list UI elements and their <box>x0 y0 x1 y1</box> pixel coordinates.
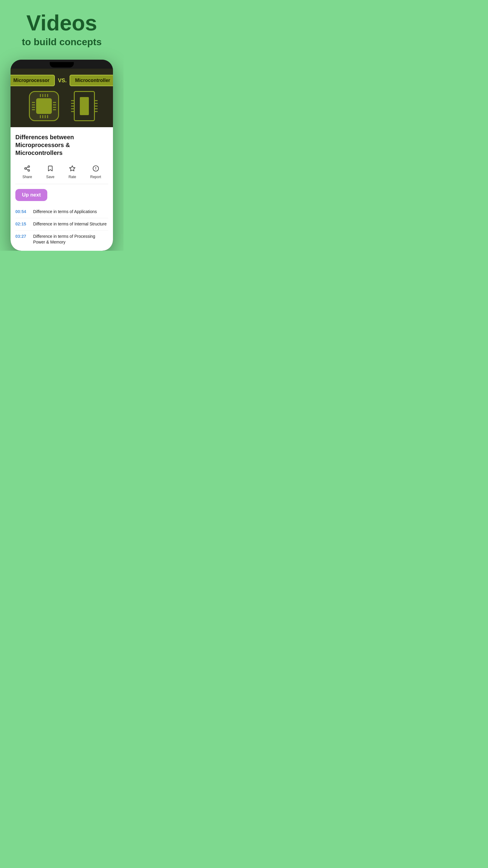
phone-wrapper: Microprocessor VS. Microcontroller <box>0 54 124 250</box>
action-bar: Share Save Rate <box>15 163 108 184</box>
phone-notch <box>50 62 74 67</box>
up-next-badge: Up next <box>15 189 47 201</box>
playlist-item-2[interactable]: 02:15 Difference in terms of Internal St… <box>15 218 108 230</box>
cpu-pins-left <box>32 102 35 110</box>
timestamp-3: 03:27 <box>15 234 29 239</box>
cpu-pins-bottom <box>40 115 48 118</box>
mcu-pins-left <box>71 100 74 112</box>
playlist-item-3[interactable]: 03:27 Difference in terms of Processing … <box>15 230 108 248</box>
share-label: Share <box>22 175 32 179</box>
report-icon <box>93 165 99 173</box>
up-next-section: Up next 00:54 Difference in terms of App… <box>15 184 108 250</box>
playlist-text-1: Difference in terms of Applications <box>33 209 97 215</box>
cpu-chip <box>36 98 52 114</box>
timestamp-2: 02:15 <box>15 221 29 226</box>
header-section: Videos to build concepts <box>0 0 124 54</box>
rate-button[interactable]: Rate <box>68 165 76 179</box>
microcontroller-label: Microcontroller <box>70 75 113 86</box>
cpu-pins-right <box>53 102 56 110</box>
video-thumbnail-area: Microprocessor VS. Microcontroller <box>10 69 113 127</box>
microprocessor-label: Microprocessor <box>10 75 55 86</box>
playlist-item-1[interactable]: 00:54 Difference in terms of Application… <box>15 206 108 218</box>
playlist-text-3: Difference in terms of Processing Power … <box>33 234 108 245</box>
rate-icon <box>69 165 76 173</box>
share-icon <box>24 165 30 173</box>
report-button[interactable]: Report <box>90 165 101 179</box>
report-label: Report <box>90 175 101 179</box>
mcu-pins-right <box>95 100 98 112</box>
timestamp-1: 00:54 <box>15 209 29 214</box>
phone-top-bar <box>10 60 113 69</box>
page-subtitle: to build concepts <box>6 36 118 48</box>
mcu-chip <box>80 97 89 115</box>
content-area: Differences between Microprocessors & Mi… <box>10 127 113 250</box>
vs-text: VS. <box>58 78 67 84</box>
cpu-icon <box>29 91 59 121</box>
svg-line-3 <box>26 169 28 170</box>
vs-row: Microprocessor VS. Microcontroller <box>15 75 108 86</box>
svg-marker-5 <box>70 166 75 171</box>
rate-label: Rate <box>68 175 76 179</box>
icons-row <box>15 91 108 121</box>
page-title: Videos <box>6 12 118 34</box>
mcu-icon <box>74 91 95 121</box>
save-icon <box>47 165 54 173</box>
video-title: Differences between Microprocessors & Mi… <box>15 133 108 157</box>
playlist-text-2: Difference in terms of Internal Structur… <box>33 221 107 227</box>
phone-mockup: Microprocessor VS. Microcontroller <box>10 60 113 250</box>
cpu-pins-top <box>40 94 48 97</box>
share-button[interactable]: Share <box>22 165 32 179</box>
save-label: Save <box>46 175 54 179</box>
save-button[interactable]: Save <box>46 165 54 179</box>
svg-line-4 <box>26 167 28 168</box>
